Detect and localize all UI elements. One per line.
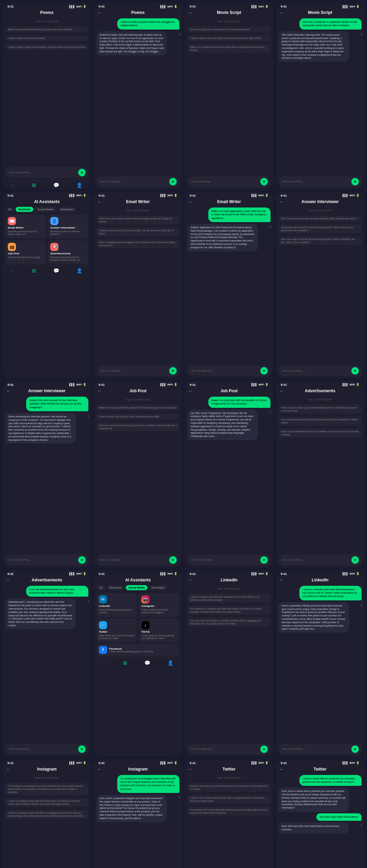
back-button[interactable]: ← xyxy=(279,388,284,394)
back-button[interactable]: ← xyxy=(279,766,284,772)
share-icon[interactable]: ⬆ xyxy=(178,33,181,36)
suggestion-2[interactable]: I want to write a poetry about death xyxy=(5,35,88,41)
suggestion-2[interactable]: I need an Instagram post idea that showc… xyxy=(5,798,88,807)
send-button[interactable]: ➤ xyxy=(260,745,268,753)
profile-tab[interactable]: 👤 xyxy=(168,660,173,666)
suggestion-3[interactable]: I want to write a poem on the subject of… xyxy=(5,44,88,50)
suggestion-1[interactable]: I have a sales device, give me advertisi… xyxy=(279,405,362,414)
input-field[interactable]: Ask me anything... xyxy=(282,369,351,372)
back-button[interactable]: ← xyxy=(6,388,11,394)
back-button[interactable]: ← xyxy=(97,199,102,204)
suggestion-3[interactable]: Can you help me develop a LinkedIn post … xyxy=(188,618,270,627)
share-icon[interactable]: ⬆ xyxy=(360,824,363,827)
profile-tab[interactable]: 👤 xyxy=(76,268,82,273)
input-field[interactable]: Type something xyxy=(191,180,260,183)
tab-all[interactable]: All xyxy=(97,585,105,590)
input-field[interactable]: Ask me anything... xyxy=(9,558,78,561)
suggestion-1[interactable]: Make me poems with the theme of justice … xyxy=(5,26,88,32)
input-field[interactable]: Ask me anything... xyxy=(9,747,78,751)
back-button[interactable]: ← xyxy=(97,388,102,394)
send-button[interactable]: ➤ xyxy=(260,367,268,375)
tool-answer-interviewer[interactable]: 👤 Answer Interviewer Generate answers to… xyxy=(48,215,88,238)
tab-business[interactable]: Business xyxy=(107,585,124,590)
suggestion-2[interactable]: Give me advertisements for perfume produ… xyxy=(279,417,362,426)
back-button[interactable]: ← xyxy=(97,766,102,772)
tool-advertisements[interactable]: 📢 Advertisements Generate promotional te… xyxy=(48,240,88,264)
input-field[interactable]: Ask me anything... xyxy=(100,369,169,372)
suggestion-3[interactable]: Give me a short but convincing job post … xyxy=(97,422,179,431)
tool-job-post[interactable]: 💼 Job Post Write job descriptions for po… xyxy=(5,240,46,264)
suggestion-1[interactable]: I'm looking for an instagram post idea t… xyxy=(5,783,88,795)
suggestion-2[interactable]: I want to write a job post for a new emp… xyxy=(97,414,179,419)
suggestion-1[interactable]: Under a news idea to promote my product … xyxy=(188,783,270,792)
suggestion-1[interactable]: Write me a cover letter for the Product … xyxy=(97,216,179,224)
send-button[interactable]: ➤ xyxy=(78,745,86,753)
grid-tab[interactable]: ⊞ xyxy=(32,182,36,188)
tool-linkedin[interactable]: in LinkedIn Create attention-grabbing po… xyxy=(97,593,137,617)
send-button[interactable]: ➤ xyxy=(78,556,86,564)
chat-tab[interactable]: 💬 xyxy=(53,268,59,273)
input-field[interactable]: Ask me anything... xyxy=(9,171,78,174)
suggestion-3[interactable]: Write me an advertisement for food baske… xyxy=(279,429,362,437)
share-icon[interactable]: ⬆ xyxy=(269,225,272,229)
suggestion-2[interactable]: I'm looking for a LinkedIn post idea tha… xyxy=(188,606,270,615)
input-field[interactable]: Ask me anything... xyxy=(100,180,169,183)
suggestion-2[interactable]: What is the best answer to the interview… xyxy=(279,224,362,233)
chat-tab[interactable]: 💬 xyxy=(144,660,150,666)
tab-developer[interactable]: Developer xyxy=(58,207,76,212)
input-field[interactable]: Ask me anything... xyxy=(191,747,260,751)
suggestion-3[interactable]: Give me a way to answer the interview qu… xyxy=(279,236,362,245)
send-button[interactable]: ➤ xyxy=(351,367,359,375)
home-tab[interactable]: ⌂ xyxy=(12,268,14,273)
input-field[interactable]: Ask me anything... xyxy=(191,369,260,372)
back-button[interactable]: ← xyxy=(188,577,193,583)
tool-instagram[interactable]: 📷 Instagram Create captions that attract… xyxy=(139,593,179,617)
share-icon[interactable]: ⬆ xyxy=(87,414,90,418)
home-tab[interactable]: ⌂ xyxy=(103,660,105,666)
input-field[interactable]: Ask me anything... xyxy=(282,558,351,561)
tool-facebook[interactable]: f Facebook Create attention-grabbing pos… xyxy=(97,644,179,656)
back-button[interactable]: ← xyxy=(6,577,11,583)
tab-social[interactable]: Social Media xyxy=(126,585,147,590)
tab-developer[interactable]: Developer xyxy=(149,585,168,590)
back-button[interactable]: ← xyxy=(97,10,102,15)
tool-tiktok[interactable]: ♪ TikTok Create captions that are grabbi… xyxy=(139,619,179,643)
share-icon[interactable]: ⬆ xyxy=(269,411,272,414)
share-icon[interactable]: ⬆ xyxy=(360,33,363,36)
input-field[interactable]: Ask me anything... xyxy=(282,180,351,183)
suggestion-1[interactable]: Give me a script for a comedy set in an … xyxy=(188,26,270,32)
suggestion-2[interactable]: I want to write a short film script abou… xyxy=(188,35,270,41)
back-button[interactable]: ← xyxy=(279,10,284,15)
send-button[interactable]: ➤ xyxy=(351,745,359,753)
suggestion-2[interactable]: I want to write an email to the boss tha… xyxy=(97,228,179,236)
suggestion-2[interactable]: I need to find a tweet idea that will he… xyxy=(188,795,270,804)
send-button[interactable]: ➤ xyxy=(169,367,177,375)
share-icon[interactable]: ⬆ xyxy=(87,600,90,603)
tab-social[interactable]: Social Media xyxy=(35,207,56,212)
suggestion-3[interactable]: Write a template email message to the cu… xyxy=(97,239,179,248)
send-button[interactable]: ➤ xyxy=(351,556,359,564)
back-button[interactable]: ← xyxy=(6,766,11,772)
home-tab[interactable]: ⌂ xyxy=(12,182,14,188)
send-button[interactable]: ➤ xyxy=(260,178,268,185)
back-button[interactable]: ← xyxy=(279,577,284,583)
send-button[interactable]: ➤ xyxy=(169,178,177,185)
back-button[interactable]: ← xyxy=(188,766,193,772)
suggestion-3[interactable]: I'm looking to fit a tweet idea that wil… xyxy=(188,807,270,816)
input-field[interactable]: Ask me anything... xyxy=(100,558,169,561)
input-field[interactable]: Ask me anything... xyxy=(191,558,260,561)
send-button[interactable]: ➤ xyxy=(351,178,359,185)
suggestion-1[interactable]: Give me the answer to the interview ques… xyxy=(279,216,362,221)
tab-business[interactable]: Business xyxy=(16,207,33,212)
grid-tab[interactable]: ⊞ xyxy=(32,268,36,273)
back-button[interactable]: ← xyxy=(188,388,193,394)
suggestion-3[interactable]: Make me a romance-themed film script wit… xyxy=(188,44,270,53)
send-button[interactable]: ➤ xyxy=(78,169,86,176)
back-button[interactable]: ← xyxy=(188,199,193,204)
profile-tab[interactable]: 👤 xyxy=(76,182,82,188)
send-button[interactable]: ➤ xyxy=(169,556,177,564)
suggestion-3[interactable]: I need an Instagram post idea that is en… xyxy=(5,810,88,819)
send-button[interactable]: ➤ xyxy=(260,556,268,564)
tool-twitter[interactable]: 🐦 Twitter Make tweets that catch the att… xyxy=(97,619,137,643)
back-button[interactable]: ← xyxy=(279,199,284,204)
